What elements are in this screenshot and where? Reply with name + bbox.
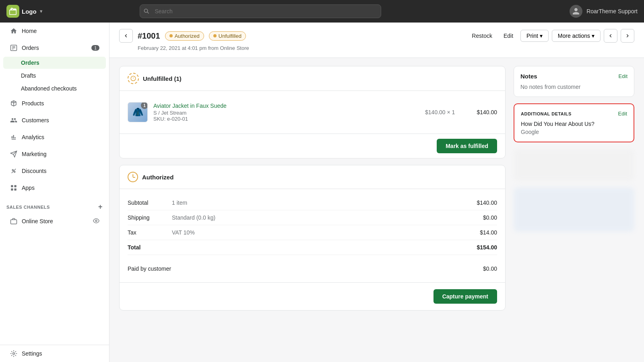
search-icon (144, 8, 149, 14)
content-main: Unfulfilled (1) 🧥 1 Aviator Jacket in Fa… (119, 66, 506, 354)
sidebar-item-settings[interactable]: Settings (3, 346, 106, 362)
notes-edit-button[interactable]: Edit (619, 73, 627, 79)
sidebar-discounts-label: Discounts (22, 168, 46, 174)
tax-value: $14.00 (480, 229, 497, 236)
prev-order-button[interactable] (604, 29, 617, 43)
discounts-icon (10, 167, 18, 175)
sidebar-item-apps[interactable]: Apps (3, 180, 106, 196)
app-body: Home Orders 1 Orders Drafts Abandoned ch… (0, 23, 644, 362)
next-order-button[interactable] (621, 29, 634, 43)
shipping-value: $0.00 (483, 214, 497, 221)
product-quantity-badge: 1 (141, 102, 148, 109)
sidebar-item-products[interactable]: Products (3, 95, 106, 111)
orders-icon (10, 44, 18, 52)
restock-button[interactable]: Restock (468, 30, 496, 41)
sidebar-item-customers[interactable]: Customers (3, 112, 106, 128)
top-navigation: Logo ▼ RoarTheme Support (0, 0, 644, 23)
authorized-card-body: Subtotal 1 item $140.00 Shipping Standar… (120, 189, 505, 282)
sidebar: Home Orders 1 Orders Drafts Abandoned ch… (0, 23, 109, 362)
paid-row: Paid by customer $0.00 (128, 261, 497, 276)
authorized-card: Authorized Subtotal 1 item $140.00 Shipp… (119, 165, 506, 311)
sidebar-item-home[interactable]: Home (3, 23, 106, 39)
paid-label: Paid by customer (128, 265, 171, 272)
unfulfilled-badge-label: Unfulfilled (219, 33, 242, 39)
additional-details-edit-button[interactable]: Edit (618, 111, 627, 117)
user-area[interactable]: RoarTheme Support (570, 5, 638, 18)
avatar (570, 5, 582, 18)
product-name-link[interactable]: Aviator Jacket in Faux Suede (153, 103, 227, 109)
logo-label: Logo (22, 8, 37, 15)
product-row: 🧥 1 Aviator Jacket in Faux Suede S / Jet… (128, 97, 497, 127)
sidebar-item-online-store[interactable]: Online Store (3, 213, 106, 229)
additional-details-header: ADDITIONAL DETAILS Edit (521, 111, 627, 117)
online-store-eye-icon[interactable] (93, 218, 99, 225)
mark-fulfilled-button[interactable]: Mark as fulfilled (437, 139, 497, 153)
blurred-section-1 (514, 149, 634, 181)
svg-rect-12 (11, 189, 13, 191)
sidebar-item-analytics[interactable]: Analytics (3, 129, 106, 145)
product-total: $140.00 (477, 109, 497, 115)
subtotal-label: Subtotal (128, 200, 168, 206)
sidebar-analytics-label: Analytics (22, 134, 44, 140)
add-channel-icon[interactable]: + (98, 203, 103, 211)
svg-point-0 (144, 9, 148, 12)
product-variant: S / Jet Stream (153, 110, 419, 116)
blurred-section-2 (514, 187, 634, 232)
unfulfilled-badge-dot (213, 34, 217, 37)
sidebar-bottom: Settings (0, 345, 109, 362)
sales-channels-label: SALES CHANNELS (6, 205, 50, 210)
fulfill-btn-row: Mark as fulfilled (120, 134, 505, 158)
logo-area[interactable]: Logo ▼ (6, 5, 43, 18)
user-name: RoarTheme Support (586, 8, 638, 14)
sidebar-subitem-orders[interactable]: Orders (3, 57, 106, 69)
product-sku: SKU: e-020-01 (153, 116, 419, 122)
header-actions: Restock Edit Print ▾ More actions ▾ (468, 29, 634, 43)
online-store-icon (10, 217, 18, 225)
orders-badge: 1 (91, 45, 99, 51)
authorized-clock-icon (128, 172, 138, 182)
sidebar-orders-label: Orders (22, 45, 39, 51)
sidebar-subitem-abandoned[interactable]: Abandoned checkouts (3, 82, 106, 95)
notes-content: No notes from customer (520, 84, 580, 90)
sidebar-subitem-drafts[interactable]: Drafts (3, 70, 106, 82)
additional-details-card: ADDITIONAL DETAILS Edit How Did You Hear… (514, 103, 634, 142)
capture-btn-row: Capture payment (120, 282, 505, 310)
svg-point-8 (14, 171, 15, 173)
svg-point-7 (12, 169, 13, 171)
notes-title: Notes (520, 73, 537, 80)
print-button[interactable]: Print ▾ (520, 30, 549, 42)
products-icon (10, 99, 18, 107)
sidebar-item-discounts[interactable]: Discounts (3, 163, 106, 179)
sidebar-products-label: Products (22, 100, 44, 107)
subtotal-desc: 1 item (172, 200, 477, 206)
print-chevron-icon: ▾ (540, 33, 543, 39)
total-value: $154.00 (477, 244, 497, 251)
marketing-icon (10, 150, 18, 158)
more-actions-button[interactable]: More actions ▾ (552, 30, 601, 42)
sidebar-subitem-abandoned-label: Abandoned checkouts (21, 85, 77, 92)
tax-row: Tax VAT 10% $14.00 (128, 225, 497, 240)
product-info: Aviator Jacket in Faux Suede S / Jet Str… (153, 103, 419, 122)
authorized-badge: Authorized (165, 31, 204, 41)
sidebar-item-orders[interactable]: Orders 1 (3, 40, 106, 56)
notes-card: Notes Edit No notes from customer (514, 66, 634, 97)
more-actions-label: More actions (558, 33, 590, 39)
search-input[interactable] (140, 4, 381, 18)
sidebar-item-marketing[interactable]: Marketing (3, 146, 106, 162)
svg-rect-10 (11, 185, 13, 187)
unfulfilled-badge: Unfulfilled (209, 31, 246, 41)
sidebar-subitem-orders-label: Orders (21, 60, 39, 66)
sidebar-subitem-drafts-label: Drafts (21, 72, 36, 79)
additional-details-title: ADDITIONAL DETAILS (521, 111, 572, 116)
home-icon (10, 27, 18, 35)
edit-button[interactable]: Edit (500, 30, 517, 41)
back-button[interactable] (119, 29, 133, 43)
search-bar[interactable] (140, 4, 381, 18)
tax-desc: VAT 10% (172, 229, 480, 236)
capture-payment-button[interactable]: Capture payment (433, 289, 497, 304)
svg-rect-13 (14, 189, 17, 191)
main-content: #1001 Authorized Unfulfilled Restock Edi… (109, 23, 644, 362)
shipping-label: Shipping (128, 214, 168, 221)
product-image: 🧥 1 (128, 102, 148, 122)
authorized-badge-label: Authorized (175, 33, 200, 39)
